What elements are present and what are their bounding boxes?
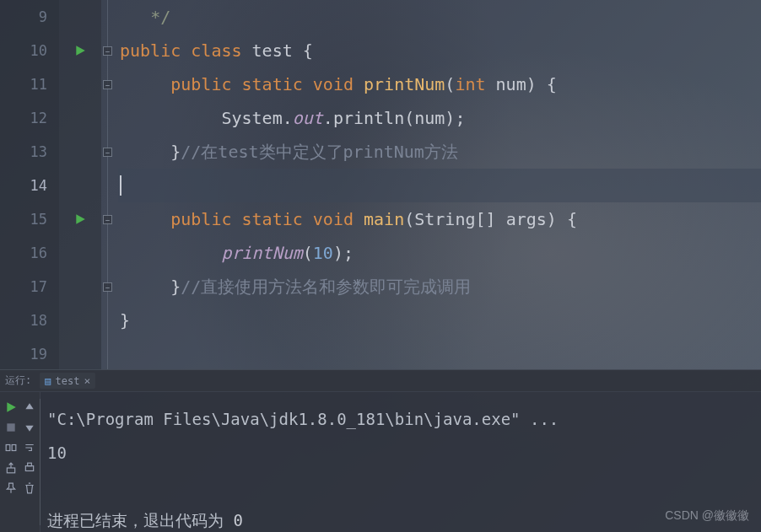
fold-toggle-icon[interactable]: − xyxy=(103,46,112,56)
line-number: 18 xyxy=(0,304,59,337)
text-cursor xyxy=(120,175,121,196)
code-line: }//在test类中定义了printNum方法 xyxy=(118,135,761,169)
console-line: 10 xyxy=(47,436,754,470)
line-gutter: 9 10 11 12 13 14 15 16 17 18 19 xyxy=(0,0,59,369)
run-gutter xyxy=(59,0,101,369)
run-tab[interactable]: ▤ test × xyxy=(40,373,95,389)
print-icon[interactable] xyxy=(21,459,38,476)
run-line-icon[interactable] xyxy=(59,34,101,67)
line-number-current: 14 xyxy=(0,169,59,202)
code-line: System.out.println(num); xyxy=(118,101,761,135)
fold-toggle-icon[interactable]: − xyxy=(103,80,112,89)
code-line xyxy=(118,337,761,371)
trash-icon[interactable] xyxy=(21,480,38,497)
run-panel-header: 运行: ▤ test × xyxy=(0,370,761,392)
line-number: 11 xyxy=(0,67,59,101)
watermark: CSDN @徽徽徽 xyxy=(665,508,749,524)
line-number: 10 xyxy=(0,34,59,67)
pin-icon[interactable] xyxy=(3,480,19,497)
svg-rect-4 xyxy=(25,466,33,471)
console-line: "C:\Program Files\Java\jdk1.8.0_181\bin\… xyxy=(47,402,754,436)
line-number: 15 xyxy=(0,202,59,236)
code-line: }//直接使用方法名和参数即可完成调用 xyxy=(118,270,761,304)
line-number: 19 xyxy=(0,337,59,371)
line-number: 16 xyxy=(0,236,59,270)
down-arrow-icon[interactable] xyxy=(21,419,38,436)
layout-icon[interactable] xyxy=(3,439,19,456)
line-number: 13 xyxy=(0,135,59,169)
console-output[interactable]: "C:\Program Files\Java\jdk1.8.0_181\bin\… xyxy=(40,392,761,532)
export-icon[interactable] xyxy=(3,459,19,476)
run-line-icon[interactable] xyxy=(59,202,101,236)
code-line: public static void printNum(int num) { xyxy=(118,67,761,101)
run-toolbar xyxy=(0,392,40,532)
svg-rect-5 xyxy=(27,463,31,466)
svg-rect-1 xyxy=(6,445,10,451)
code-line: */ xyxy=(118,0,761,34)
run-label: 运行: xyxy=(5,373,31,388)
up-arrow-icon[interactable] xyxy=(21,399,38,416)
close-icon[interactable]: × xyxy=(84,374,90,387)
code-area[interactable]: */ public class test { public static voi… xyxy=(118,0,761,369)
code-editor[interactable]: 9 10 11 12 13 14 15 16 17 18 19 − − − − … xyxy=(0,0,761,369)
fold-toggle-icon[interactable]: − xyxy=(103,282,112,292)
fold-toggle-icon[interactable]: − xyxy=(103,215,112,224)
console-exit-line: 进程已结束，退出代码为 0 xyxy=(47,503,754,532)
svg-rect-0 xyxy=(7,423,14,431)
fold-toggle-icon[interactable]: − xyxy=(103,148,112,157)
code-line: } xyxy=(118,304,761,337)
code-line-current xyxy=(118,169,761,202)
code-line: public static void main(String[] args) { xyxy=(118,202,761,236)
line-number: 17 xyxy=(0,270,59,304)
console-line xyxy=(47,470,754,503)
run-panel: 运行: ▤ test × xyxy=(0,369,761,532)
stop-icon[interactable] xyxy=(3,419,19,436)
svg-rect-2 xyxy=(12,445,16,451)
file-icon: ▤ xyxy=(45,375,51,387)
fold-gutter: − − − − − xyxy=(101,0,118,369)
run-tab-name: test xyxy=(55,375,79,387)
rerun-icon[interactable] xyxy=(3,399,19,416)
svg-rect-3 xyxy=(7,468,14,473)
code-line: public class test { xyxy=(118,34,761,67)
soft-wrap-icon[interactable] xyxy=(21,439,38,456)
code-line: printNum(10); xyxy=(118,236,761,270)
line-number: 9 xyxy=(0,0,59,34)
line-number: 12 xyxy=(0,101,59,135)
